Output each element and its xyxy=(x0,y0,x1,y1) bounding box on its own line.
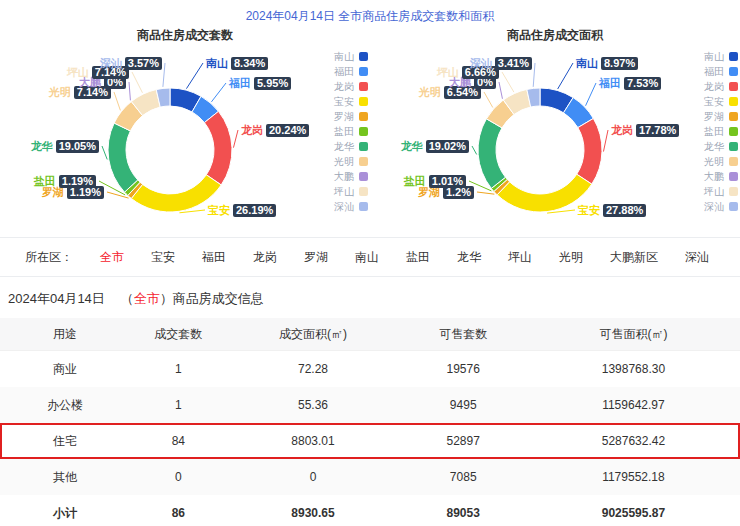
legend-item[interactable]: 福田 xyxy=(704,64,738,79)
legend-item[interactable]: 罗湖 xyxy=(704,109,738,124)
chart-legend: 南山福田龙岗宝安罗湖盐田龙华光明大鹏坪山深汕 xyxy=(334,49,368,214)
chart-label: 南山8.97% xyxy=(576,56,638,70)
table-cell: 5287632.42 xyxy=(527,423,740,459)
chart-label: 深汕3.41% xyxy=(470,56,532,70)
legend-label: 深汕 xyxy=(334,200,354,214)
donut-segment[interactable] xyxy=(108,123,138,192)
legend-item[interactable]: 光明 xyxy=(334,154,368,169)
legend-color-swatch xyxy=(729,172,738,181)
legend-item[interactable]: 龙华 xyxy=(334,139,368,154)
chart-area-sold: 商品住房成交面积 南山8.97%福田7.53%龙岗17.78%宝安27.88%罗… xyxy=(370,25,740,237)
label-percent-badge: 8.34% xyxy=(231,57,268,70)
legend-color-swatch xyxy=(729,127,738,136)
label-leader-line xyxy=(533,63,535,87)
filter-option[interactable]: 坪山 xyxy=(508,249,532,266)
table-cell: 1 xyxy=(130,351,226,388)
legend-item[interactable]: 龙华 xyxy=(704,139,738,154)
legend-color-swatch xyxy=(359,127,368,136)
legend-item[interactable]: 大鹏 xyxy=(704,169,738,184)
legend-item[interactable]: 坪山 xyxy=(704,184,738,199)
label-percent-badge: 26.19% xyxy=(233,204,276,217)
legend-item[interactable]: 深汕 xyxy=(334,199,368,214)
legend-item[interactable]: 深汕 xyxy=(704,199,738,214)
section-name: 商品房成交信息 xyxy=(173,291,264,306)
label-district-name: 龙岗 xyxy=(241,123,263,138)
label-percent-badge: 19.05% xyxy=(56,140,99,153)
legend-color-swatch xyxy=(359,82,368,91)
legend-item[interactable]: 福田 xyxy=(334,64,368,79)
label-leader-line xyxy=(114,92,120,110)
label-leader-line xyxy=(163,63,165,87)
filter-option[interactable]: 龙华 xyxy=(457,249,481,266)
legend-color-swatch xyxy=(359,67,368,76)
label-district-name: 深汕 xyxy=(470,56,492,71)
table-cell: 9025595.87 xyxy=(527,495,740,526)
donut-segment[interactable] xyxy=(478,119,505,189)
label-district-name: 宝安 xyxy=(208,203,230,218)
table-row[interactable]: 其他0070851179552.18 xyxy=(0,459,740,495)
table-cell: 72.28 xyxy=(226,351,399,388)
label-district-name: 光明 xyxy=(49,85,71,100)
chart-label: 南山8.34% xyxy=(206,56,268,70)
filter-option[interactable]: 大鹏新区 xyxy=(610,249,658,266)
table-row[interactable]: 商业172.28195761398768.30 xyxy=(0,351,740,388)
legend-label: 光明 xyxy=(704,155,724,169)
chart-label: 宝安26.19% xyxy=(208,203,276,217)
label-district-name: 南山 xyxy=(206,56,228,71)
column-header: 成交套数 xyxy=(130,318,226,351)
legend-item[interactable]: 大鹏 xyxy=(334,169,368,184)
label-percent-badge: 19.02% xyxy=(426,140,469,153)
filter-option[interactable]: 光明 xyxy=(559,249,583,266)
legend-item[interactable]: 龙岗 xyxy=(704,79,738,94)
legend-item[interactable]: 南山 xyxy=(704,49,738,64)
filter-option[interactable]: 盐田 xyxy=(406,249,430,266)
label-district-name: 深汕 xyxy=(100,56,122,71)
filter-option[interactable]: 全市 xyxy=(100,249,124,266)
label-district-name: 南山 xyxy=(576,56,598,71)
chart-label: 龙岗17.78% xyxy=(611,123,679,137)
filter-option[interactable]: 深汕 xyxy=(685,249,709,266)
legend-item[interactable]: 光明 xyxy=(704,154,738,169)
legend-item[interactable]: 坪山 xyxy=(334,184,368,199)
filter-option[interactable]: 宝安 xyxy=(151,249,175,266)
label-district-name: 盐田 xyxy=(404,174,426,189)
table-row[interactable]: 办公楼155.3694951159642.97 xyxy=(0,387,740,423)
label-district-name: 龙岗 xyxy=(611,123,633,138)
filter-option[interactable]: 龙岗 xyxy=(253,249,277,266)
transactions-table: 用途成交套数成交面积(㎡)可售套数可售面积(㎡) 商业172.281957613… xyxy=(0,318,740,526)
table-cell: 其他 xyxy=(0,459,130,495)
legend-color-swatch xyxy=(359,112,368,121)
filter-label: 所在区： xyxy=(25,249,73,266)
legend-color-swatch xyxy=(359,97,368,106)
legend-item[interactable]: 盐田 xyxy=(334,124,368,139)
legend-item[interactable]: 宝安 xyxy=(704,94,738,109)
legend-item[interactable]: 罗湖 xyxy=(334,109,368,124)
legend-color-swatch xyxy=(729,67,738,76)
label-leader-line xyxy=(603,130,608,152)
legend-item[interactable]: 盐田 xyxy=(704,124,738,139)
table-cell: 0 xyxy=(226,459,399,495)
donut-segment[interactable] xyxy=(577,118,602,184)
filter-option[interactable]: 南山 xyxy=(355,249,379,266)
table-row[interactable]: 住宅848803.01528975287632.42 xyxy=(0,423,740,459)
legend-label: 南山 xyxy=(334,50,354,64)
table-head: 用途成交套数成交面积(㎡)可售套数可售面积(㎡) xyxy=(0,318,740,351)
filter-option[interactable]: 福田 xyxy=(202,249,226,266)
donut-segment[interactable] xyxy=(204,111,232,185)
legend-item[interactable]: 龙岗 xyxy=(334,79,368,94)
label-percent-badge: 3.41% xyxy=(495,57,532,70)
table-cell: 8930.65 xyxy=(226,495,399,526)
legend-label: 福田 xyxy=(704,65,724,79)
filter-option[interactable]: 罗湖 xyxy=(304,249,328,266)
legend-item[interactable]: 宝安 xyxy=(334,94,368,109)
table-cell: 19576 xyxy=(400,351,527,388)
legend-color-swatch xyxy=(729,157,738,166)
legend-item[interactable]: 南山 xyxy=(334,49,368,64)
label-district-name: 福田 xyxy=(229,76,251,91)
label-percent-badge: 7.53% xyxy=(624,77,661,90)
table-row[interactable]: 小计868930.65890539025595.87 xyxy=(0,495,740,526)
label-leader-line xyxy=(558,63,573,89)
column-header: 成交面积(㎡) xyxy=(226,318,399,351)
chart-label: 深汕3.57% xyxy=(100,56,162,70)
label-district-name: 龙华 xyxy=(31,139,53,154)
